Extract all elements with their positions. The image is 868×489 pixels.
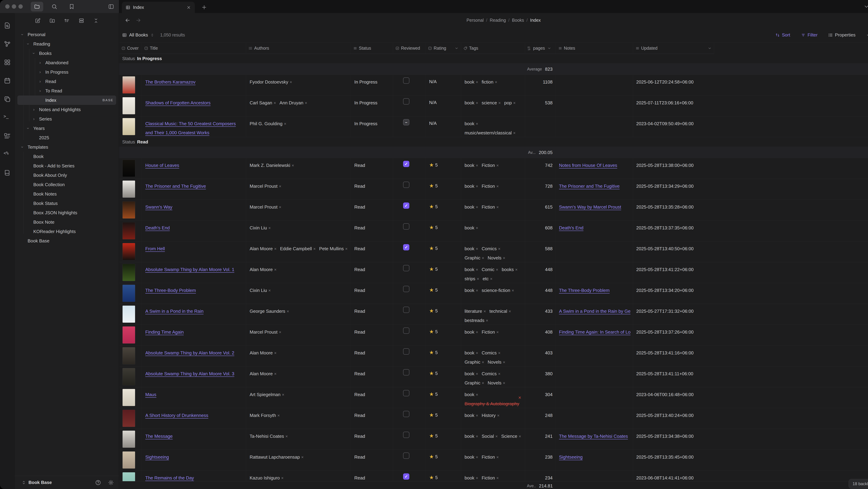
cell-rating[interactable]: N/A [426, 95, 461, 116]
remove-tag-icon[interactable]: × [496, 476, 499, 480]
cell-pages[interactable]: 608 [525, 220, 556, 241]
settings-button[interactable] [107, 479, 115, 486]
cell-pages[interactable]: 248 [525, 408, 556, 429]
remove-author-icon[interactable]: × [292, 163, 294, 168]
cell-pages[interactable]: 380 [525, 366, 556, 387]
remove-tag-icon[interactable]: × [496, 455, 499, 459]
sidebar-item-reading[interactable]: ›Reading [14, 39, 119, 49]
note-link[interactable]: Notes from House Of Leaves [559, 163, 617, 168]
new-folder-button[interactable] [49, 17, 56, 25]
remove-author-icon[interactable]: × [274, 246, 277, 251]
cell-status[interactable]: Read [351, 408, 393, 429]
book-button[interactable] [3, 169, 11, 177]
remove-author-icon[interactable]: × [268, 288, 271, 293]
cell-rating[interactable]: ★5 [426, 262, 461, 283]
tag-chip[interactable]: Comics× [482, 348, 500, 358]
help-button[interactable] [95, 479, 101, 486]
remove-tag-icon[interactable]: × [482, 380, 484, 385]
cell-updated[interactable]: 2023-04-06T00:16:48+06:00 [633, 387, 868, 408]
cell-pages[interactable]: 742 [525, 158, 556, 179]
tag-chip[interactable]: Graphic× [465, 378, 484, 387]
breadcrumb-item[interactable]: Personal [466, 18, 484, 23]
tag-chip[interactable]: Fiction× [482, 203, 499, 212]
remove-tag-icon[interactable]: × [476, 371, 478, 376]
book-title-link[interactable]: Absolute Swamp Thing by Alan Moore Vol. … [145, 350, 235, 356]
remove-tag-icon[interactable]: × [513, 100, 516, 105]
book-title-link[interactable]: The Prisoner and The Fugitive [145, 184, 206, 189]
cell-updated[interactable]: 2025-06-12T20:24:58+06:00 [633, 75, 868, 95]
tag-chip[interactable]: books× [502, 265, 518, 274]
cell-updated[interactable]: 2025-05-28T13:35:28+06:00 [633, 200, 868, 220]
author-chip[interactable]: Alan Moore× [250, 348, 277, 358]
back-arrow-icon[interactable] [125, 18, 130, 23]
remove-tag-icon[interactable]: × [476, 184, 478, 189]
reviewed-checkbox[interactable] [403, 411, 409, 417]
cell-pages[interactable]: 448 [525, 262, 556, 283]
remove-tag-icon[interactable]: × [476, 413, 478, 418]
cell-updated[interactable]: 2025-05-28T13:34:38+06:00 [633, 429, 868, 450]
sidebar-item-years[interactable]: ›Years [14, 124, 119, 133]
book-title-link[interactable]: Classical Music: The 50 Greatest Compose… [145, 121, 236, 135]
column-header-reviewed[interactable]: Reviewed [393, 43, 426, 54]
reviewed-checkbox[interactable]: – [403, 119, 409, 125]
folder-button[interactable] [31, 2, 43, 11]
sidebar-item-abandoned[interactable]: ›Abandoned [14, 58, 119, 67]
cell-updated[interactable]: 2025-05-28T13:35:45+06:00 [633, 450, 868, 470]
cell-pages[interactable]: 238 [525, 450, 556, 470]
list-cards-button[interactable] [3, 132, 11, 140]
book-title-link[interactable]: Absolute Swamp Thing by Alan Moore Vol. … [145, 267, 235, 272]
sidebar-item-2025[interactable]: 2025 [14, 133, 119, 143]
reviewed-checkbox[interactable]: ✓ [403, 203, 409, 209]
author-chip[interactable]: Art Spiegelman× [250, 390, 284, 399]
reviewed-checkbox[interactable]: ✓ [403, 161, 409, 167]
tag-chip[interactable]: pop× [504, 98, 516, 108]
cell-rating[interactable]: ★5 [426, 179, 461, 200]
author-chip[interactable]: Kazuo Ishiguro× [250, 473, 283, 481]
column-header-rating[interactable]: fRating [426, 43, 461, 54]
remove-author-icon[interactable]: × [268, 225, 271, 230]
copy-button[interactable] [3, 95, 11, 103]
remove-tag-icon[interactable]: × [476, 288, 478, 293]
cell-rating[interactable]: ★5 [426, 325, 461, 345]
sidebar-item-read[interactable]: ›Read [14, 77, 119, 86]
tag-chip[interactable]: book× [465, 473, 478, 481]
book-title-link[interactable]: From Hell [145, 246, 165, 251]
book-title-link[interactable]: A Short History of Drunkenness [145, 413, 208, 418]
cell-rating[interactable]: ★5 [426, 158, 461, 179]
cell-rating[interactable]: N/A [426, 116, 461, 137]
cell-rating[interactable]: ★5 [426, 408, 461, 429]
tag-chip[interactable]: Graphic× [465, 253, 484, 262]
author-chip[interactable]: Mark Forsyth× [250, 411, 280, 420]
cell-updated[interactable]: 2023-06-08T14:41:41+06:00 [633, 470, 868, 481]
cell-pages[interactable]: 241 [525, 429, 556, 450]
reviewed-checkbox[interactable] [403, 307, 409, 313]
cell-rating[interactable]: ★5 [426, 387, 461, 408]
sidebar-item-templates[interactable]: ›Templates [14, 143, 119, 152]
toggle-left-sidebar-button[interactable] [108, 0, 114, 13]
cell-status[interactable]: Read [351, 179, 393, 200]
reviewed-checkbox[interactable] [403, 369, 409, 375]
tag-chip[interactable]: Novels× [488, 378, 505, 387]
cell-rating[interactable]: ★5 [426, 241, 461, 262]
tag-chip[interactable]: book× [465, 161, 478, 170]
cell-rating[interactable]: ★5 [426, 283, 461, 304]
cell-updated[interactable]: 2023-04-02T09:50:49+06:00 [633, 116, 868, 137]
reviewed-checkbox[interactable] [403, 223, 409, 230]
book-title-link[interactable]: Shadows of Forgotten Ancestors [145, 100, 211, 105]
cell-rating[interactable]: ★5 [426, 304, 461, 325]
author-chip[interactable]: Ta-Nehisi Coates× [250, 432, 288, 441]
cell-updated[interactable]: 2025-05-28T13:37:35+06:00 [633, 220, 868, 241]
remove-tag-icon[interactable]: × [476, 476, 478, 480]
remove-author-icon[interactable]: × [290, 80, 292, 84]
filter-button[interactable]: Filter [801, 32, 818, 38]
remove-tag-icon[interactable]: × [496, 267, 498, 272]
breadcrumb-item[interactable]: Books [512, 18, 524, 23]
note-link[interactable]: The Prisoner and The Fugitive [559, 184, 620, 189]
column-header-cover[interactable]: fCover [119, 43, 142, 54]
book-title-link[interactable]: The Message [145, 434, 173, 439]
cell-pages[interactable]: 1108 [525, 75, 556, 95]
author-chip[interactable]: Phil G. Goulding× [250, 119, 286, 128]
remove-tag-icon[interactable]: × [476, 225, 478, 230]
tag-chip[interactable]: Social× [482, 432, 498, 441]
tag-chip[interactable]: book× [465, 453, 478, 462]
